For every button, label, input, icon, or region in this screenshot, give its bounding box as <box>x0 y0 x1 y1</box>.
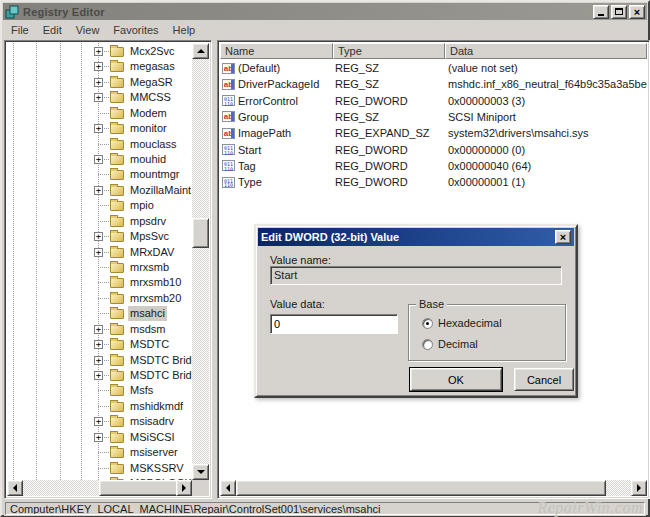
folder-icon <box>110 124 124 134</box>
column-header-type[interactable]: Type <box>333 43 445 59</box>
value-row-errorcontrol[interactable]: 011110ErrorControlREG_DWORD0x00000003 (3… <box>220 93 647 109</box>
dialog-close-button[interactable]: × <box>555 230 571 244</box>
tree-item-mountmgr[interactable]: mountmgr <box>7 167 192 182</box>
registry-editor-icon <box>5 5 19 19</box>
expand-plus-icon[interactable]: + <box>94 248 103 257</box>
tree-item-msdtc-bridg[interactable]: +MSDTC Bridg <box>7 353 192 368</box>
expand-plus-icon[interactable]: + <box>94 433 103 442</box>
expand-plus-icon[interactable]: + <box>94 340 103 349</box>
tree-item-megasas[interactable]: +megasas <box>7 59 192 74</box>
expand-plus-icon[interactable]: + <box>94 93 103 102</box>
tree-item-label: MSKSSRV <box>128 461 186 476</box>
expand-plus-icon[interactable]: + <box>94 62 103 71</box>
tree-vertical-scrollbar[interactable] <box>192 43 209 480</box>
tree-item-mpssvc[interactable]: +MpsSvc <box>7 229 192 244</box>
tree-item-megasr[interactable]: +MegaSR <box>7 75 192 90</box>
decimal-radio[interactable] <box>422 339 433 350</box>
maximize-button[interactable] <box>611 5 627 19</box>
tree-item-mouhid[interactable]: +mouhid <box>7 152 192 167</box>
column-header-name[interactable]: Name <box>220 43 333 59</box>
tree-item-mrxdav[interactable]: +MRxDAV <box>7 245 192 260</box>
tree-item-label: megasas <box>128 59 177 74</box>
decimal-label: Decimal <box>438 338 478 350</box>
value-row-imagepath[interactable]: abImagePathREG_EXPAND_SZsystem32\drivers… <box>220 125 647 141</box>
menu-item-edit[interactable]: Edit <box>36 23 69 37</box>
tree-item-msahci[interactable]: msahci <box>7 306 192 321</box>
tree-item-mpsdrv[interactable]: mpsdrv <box>7 214 192 229</box>
tree-item-mouclass[interactable]: mouclass <box>7 137 192 152</box>
scroll-right-button[interactable] <box>176 480 192 496</box>
tree-item-msisadrv[interactable]: +msisadrv <box>7 414 192 429</box>
value-data-input[interactable] <box>270 314 398 334</box>
tree-item-msdsm[interactable]: +msdsm <box>7 322 192 337</box>
close-button[interactable]: × <box>629 5 645 19</box>
value-row-start[interactable]: 011110StartREG_DWORD0x00000000 (0) <box>220 142 647 158</box>
expand-plus-icon[interactable]: + <box>94 124 103 133</box>
value-data-cell: mshdc.inf_x86_neutral_f64b9c35a3a5be8 <box>448 76 647 92</box>
scroll-left-button[interactable] <box>7 480 23 496</box>
scroll-down-button[interactable] <box>192 464 209 480</box>
expand-plus-icon[interactable]: + <box>94 417 103 426</box>
tree-item-msdtc[interactable]: +MSDTC <box>7 337 192 352</box>
tree-item-mrxsmb10[interactable]: mrxsmb10 <box>7 275 192 290</box>
value-row--default-[interactable]: ab(Default)REG_SZ(value not set) <box>220 60 647 76</box>
value-name-cell: 011110ErrorControl <box>222 93 332 109</box>
folder-icon <box>110 278 124 288</box>
dialog-title-bar[interactable]: Edit DWORD (32-bit) Value × <box>258 228 574 246</box>
tree-item-monitor[interactable]: +monitor <box>7 121 192 136</box>
value-row-driverpackageid[interactable]: abDriverPackageIdREG_SZmshdc.inf_x86_neu… <box>220 76 647 92</box>
scroll-right-button[interactable] <box>631 480 647 496</box>
value-data-label: Value data: <box>270 298 325 310</box>
list-horizontal-scrollbar[interactable] <box>220 480 647 496</box>
expand-plus-icon[interactable]: + <box>94 356 103 365</box>
tree-item-mrxsmb[interactable]: mrxsmb <box>7 260 192 275</box>
tree-item-mozillamaint[interactable]: +MozillaMaint <box>7 183 192 198</box>
tree-connector-line <box>98 298 110 299</box>
expand-plus-icon[interactable]: + <box>94 232 103 241</box>
menu-item-favorites[interactable]: Favorites <box>106 23 165 37</box>
value-row-type[interactable]: 011110TypeREG_DWORD0x00000001 (1) <box>220 174 647 190</box>
tree-item-mpio[interactable]: mpio <box>7 198 192 213</box>
expand-plus-icon[interactable]: + <box>94 47 103 56</box>
menu-item-file[interactable]: File <box>4 23 36 37</box>
reg-string-icon: ab <box>222 111 235 122</box>
ok-button[interactable]: OK <box>410 368 502 391</box>
menu-item-view[interactable]: View <box>69 23 107 37</box>
tree-item-mskssrv[interactable]: MSKSSRV <box>7 461 192 476</box>
folder-icon <box>110 93 124 103</box>
tree-item-msdtc-bridg[interactable]: +MSDTC Bridg <box>7 368 192 383</box>
tree-item-label: mshidkmdf <box>128 399 185 414</box>
tree-item-mshidkmdf[interactable]: mshidkmdf <box>7 399 192 414</box>
tree-item-mmcss[interactable]: +MMCSS <box>7 90 192 105</box>
tree-item-mcx2svc[interactable]: +Mcx2Svc <box>7 44 192 59</box>
title-bar[interactable]: Registry Editor × <box>3 3 647 20</box>
value-row-group[interactable]: abGroupREG_SZSCSI Miniport <box>220 109 647 125</box>
expand-plus-icon[interactable]: + <box>94 155 103 164</box>
hexadecimal-radio[interactable] <box>422 318 433 329</box>
expand-plus-icon[interactable]: + <box>94 325 103 334</box>
scrollbar-thumb[interactable] <box>236 480 606 496</box>
expand-plus-icon[interactable]: + <box>94 186 103 195</box>
menu-item-help[interactable]: Help <box>166 23 203 37</box>
tree-item-label: msdsm <box>128 322 167 337</box>
tree-item-modem[interactable]: Modem <box>7 106 192 121</box>
tree-horizontal-scrollbar[interactable] <box>7 480 192 496</box>
expand-plus-icon[interactable]: + <box>94 78 103 87</box>
tree-item-msiscsi[interactable]: +MSiSCSI <box>7 430 192 445</box>
minimize-button[interactable] <box>593 5 609 19</box>
tree-connector-line <box>98 113 110 114</box>
tree-item-mrxsmb20[interactable]: mrxsmb20 <box>7 291 192 306</box>
tree-item-msfs[interactable]: Msfs <box>7 383 192 398</box>
expand-plus-icon[interactable]: + <box>94 371 103 380</box>
scrollbar-thumb[interactable] <box>99 480 179 496</box>
tree-item-msiserver[interactable]: msiserver <box>7 445 192 460</box>
value-row-tag[interactable]: 011110TagREG_DWORD0x00000040 (64) <box>220 158 647 174</box>
column-header-data[interactable]: Data <box>445 43 647 59</box>
cancel-button[interactable]: Cancel <box>514 368 574 391</box>
scroll-up-button[interactable] <box>192 43 209 59</box>
scroll-left-button[interactable] <box>220 480 236 496</box>
scrollbar-thumb[interactable] <box>192 218 209 248</box>
tree-item-label: MSDTC Bridg <box>128 368 192 383</box>
tree-item-label: mouhid <box>128 152 168 167</box>
tree-connector-line <box>98 205 110 206</box>
